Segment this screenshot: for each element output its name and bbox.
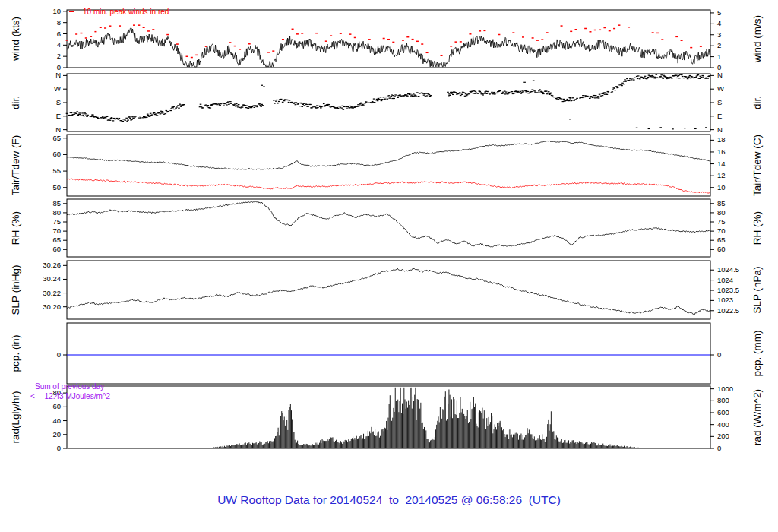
svg-text:30.20: 30.20	[43, 302, 61, 311]
svg-text:65: 65	[52, 134, 61, 142]
meteogram-page: 0246810012345wind (kts)wind (m/s)NESWNNE…	[0, 0, 778, 532]
svg-text:1023.5: 1023.5	[717, 286, 739, 294]
svg-text:wind (kts): wind (kts)	[10, 17, 21, 62]
svg-text:1000: 1000	[717, 385, 733, 393]
svg-text:E: E	[56, 112, 61, 120]
svg-text:dir.: dir.	[751, 96, 763, 109]
svg-text:5: 5	[717, 8, 721, 17]
svg-text:60: 60	[717, 245, 726, 253]
svg-text:3: 3	[717, 30, 721, 39]
svg-text:60: 60	[52, 150, 61, 158]
svg-text:16: 16	[717, 147, 726, 156]
svg-text:rad (W/m^2): rad (W/m^2)	[751, 389, 763, 445]
svg-text:4: 4	[717, 19, 721, 27]
svg-text:40: 40	[52, 416, 61, 425]
panel-tair: 505560651012141618Tair/Tdew (F)Tair/Tdew…	[10, 134, 763, 196]
svg-text:1024.5: 1024.5	[717, 265, 739, 274]
panel-wind: 0246810012345wind (kts)wind (m/s)	[10, 7, 763, 71]
svg-text:Tair/Tdew (C): Tair/Tdew (C)	[751, 135, 763, 196]
svg-text:1022.5: 1022.5	[717, 306, 739, 315]
page-title: UW Rooftop Data for 20140524 to 20140525…	[0, 493, 778, 507]
panel-dir: NESWNNESWNdir.dir.	[10, 71, 763, 133]
rad-sum-note-line2: <--- 12.43 MJoules/m^2	[30, 392, 110, 401]
svg-text:85: 85	[52, 199, 61, 207]
svg-text:10: 10	[717, 183, 726, 192]
svg-text:N: N	[55, 71, 61, 79]
svg-text:85: 85	[717, 199, 726, 207]
series-relative-humidity-pct	[67, 201, 710, 247]
svg-text:1: 1	[717, 52, 721, 61]
wind-peak-note: 10 min. peak winds in red	[69, 8, 169, 16]
svg-text:0: 0	[57, 63, 61, 71]
svg-text:10: 10	[52, 7, 61, 15]
svg-text:60: 60	[52, 402, 61, 410]
series-dewpoint-f	[67, 179, 710, 193]
svg-text:2: 2	[57, 52, 61, 60]
svg-text:0: 0	[57, 444, 61, 452]
svg-text:14: 14	[717, 160, 726, 168]
svg-text:12: 12	[717, 171, 726, 179]
svg-text:W: W	[717, 84, 724, 93]
svg-text:N: N	[717, 125, 723, 134]
svg-text:20: 20	[52, 430, 61, 439]
svg-text:70: 70	[52, 226, 61, 235]
svg-text:600: 600	[717, 408, 729, 416]
svg-text:80: 80	[717, 208, 726, 217]
svg-text:200: 200	[717, 432, 729, 440]
svg-text:70: 70	[717, 226, 726, 235]
panel-rad: 02040608002004006008001000rad(Lgly/hr)ra…	[10, 385, 763, 452]
svg-text:80: 80	[52, 208, 61, 217]
series-air-temperature-f	[67, 141, 710, 169]
svg-text:2: 2	[717, 41, 721, 49]
svg-text:dir.: dir.	[10, 96, 21, 109]
svg-text:0: 0	[717, 350, 721, 359]
svg-text:50: 50	[52, 183, 61, 192]
red-dash-marker-icon	[69, 11, 74, 12]
svg-text:400: 400	[717, 420, 729, 429]
svg-text:S: S	[56, 98, 61, 106]
svg-text:pcp. (in): pcp. (in)	[10, 335, 21, 372]
svg-text:30.26: 30.26	[43, 261, 61, 269]
panel-slp: 30.2030.2230.2430.261022.510231023.51024…	[10, 261, 763, 319]
svg-text:RH (%): RH (%)	[10, 211, 21, 245]
svg-text:0: 0	[717, 444, 721, 452]
svg-text:0: 0	[57, 350, 61, 359]
meteogram-chart: 0246810012345wind (kts)wind (m/s)NESWNNE…	[0, 0, 778, 532]
svg-text:E: E	[717, 112, 722, 120]
svg-text:60: 60	[52, 245, 61, 253]
svg-text:S: S	[717, 98, 722, 106]
svg-text:4: 4	[57, 40, 61, 49]
svg-text:W: W	[54, 84, 61, 93]
svg-text:SLP (inHg): SLP (inHg)	[10, 265, 21, 315]
svg-text:N: N	[717, 71, 723, 79]
svg-text:18: 18	[717, 135, 726, 144]
svg-text:65: 65	[52, 236, 61, 244]
svg-text:30.24: 30.24	[43, 274, 61, 283]
panel-pcp: 00pcp. (in)pcp. (mm)	[10, 323, 763, 384]
svg-text:8: 8	[57, 18, 61, 27]
wind-peak-note-text: 10 min. peak winds in red	[83, 8, 169, 16]
svg-text:wind (m/s): wind (m/s)	[751, 15, 763, 63]
svg-text:pcp. (mm): pcp. (mm)	[751, 331, 763, 377]
svg-text:1023: 1023	[717, 296, 733, 304]
svg-text:SLP (hPa): SLP (hPa)	[751, 266, 763, 313]
series-sea-level-pressure-inhg	[67, 268, 710, 315]
svg-text:75: 75	[52, 217, 61, 226]
svg-text:1024: 1024	[717, 276, 733, 284]
svg-text:30.22: 30.22	[43, 289, 61, 297]
svg-text:6: 6	[57, 30, 61, 38]
svg-text:rad(Lgly/hr): rad(Lgly/hr)	[10, 391, 21, 443]
rad-sum-note-line1: Sum of previous day	[35, 382, 104, 391]
svg-text:55: 55	[52, 166, 61, 175]
panel-rh: 606570758085606570758085RH (%)RH (%)	[10, 199, 763, 257]
series-wind-avg-kts	[67, 28, 710, 67]
svg-text:RH (%): RH (%)	[751, 211, 763, 245]
svg-text:0: 0	[717, 63, 721, 71]
svg-text:75: 75	[717, 217, 726, 226]
svg-text:800: 800	[717, 396, 729, 404]
svg-text:N: N	[55, 125, 61, 134]
svg-text:Tair/Tdew (F): Tair/Tdew (F)	[10, 135, 21, 196]
svg-text:65: 65	[717, 236, 726, 244]
